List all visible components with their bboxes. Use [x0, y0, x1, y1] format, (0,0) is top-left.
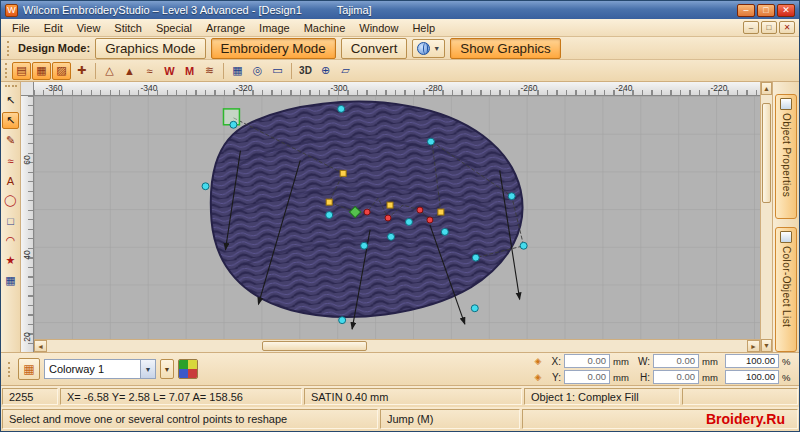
window-title-machine: Tajima] — [337, 4, 372, 16]
graphics-mode-button[interactable]: Graphics Mode — [95, 38, 205, 59]
w-unit: mm — [702, 356, 722, 367]
selected-object-info: Object 1: Complex Fill — [524, 388, 680, 405]
stitch-types-icon[interactable]: ▤ — [12, 62, 31, 80]
colorway-select[interactable]: Colorway 1 ▼ — [44, 359, 156, 379]
select-tool[interactable]: ↖ — [2, 92, 19, 109]
triangle-outline-icon[interactable]: △ — [100, 62, 119, 80]
minimize-button[interactable]: – — [737, 4, 755, 17]
application-window: W Wilcom EmbroideryStudio – Level 3 Adva… — [0, 0, 800, 432]
toolbar-grip[interactable] — [5, 63, 9, 78]
h-ruler-label: -360 — [45, 83, 62, 93]
h-label: H: — [636, 372, 650, 383]
menu-view[interactable]: View — [70, 21, 108, 35]
menu-machine[interactable]: Machine — [297, 21, 353, 35]
menu-edit[interactable]: Edit — [37, 21, 70, 35]
h-scroll-thumb[interactable] — [262, 341, 367, 351]
app-icon[interactable]: W — [5, 4, 18, 17]
y-field[interactable]: 0.00 — [564, 370, 610, 384]
menu-image[interactable]: Image — [252, 21, 297, 35]
toolbar-grip[interactable] — [5, 85, 17, 89]
scroll-down-icon[interactable]: ▼ — [761, 339, 772, 352]
embroidery-mode-button[interactable]: Embroidery Mode — [211, 38, 336, 59]
show-graphics-button[interactable]: Show Graphics — [450, 38, 560, 59]
grid-tool[interactable]: ▦ — [2, 272, 19, 289]
mdi-close-button[interactable]: ✕ — [779, 21, 795, 34]
scroll-up-icon[interactable]: ▲ — [761, 82, 772, 95]
x-field[interactable]: 0.00 — [564, 354, 610, 368]
colorway-options-dropdown[interactable]: ▼ — [160, 359, 174, 379]
lettering-tool[interactable]: A — [2, 172, 19, 189]
reshape-tool[interactable]: ↖ — [2, 112, 19, 129]
rectangle-tool[interactable]: □ — [2, 212, 19, 229]
h-ruler-label: -280 — [425, 83, 442, 93]
horizontal-scrollbar[interactable]: ◄ ► — [34, 339, 760, 352]
triangle-filled-icon[interactable]: ▲ — [120, 62, 139, 80]
fill-stitch-icon[interactable]: ▦ — [32, 62, 51, 80]
convert-button[interactable]: Convert — [341, 38, 408, 59]
tab-object-properties[interactable]: Object Properties — [775, 94, 797, 219]
pencil-tool[interactable]: ✎ — [2, 132, 19, 149]
outline-stitch-icon[interactable]: ▨ — [52, 62, 71, 80]
menu-special[interactable]: Special — [149, 21, 199, 35]
overview-icon[interactable]: ▱ — [336, 62, 355, 80]
freehand-tool[interactable]: ≈ — [2, 152, 19, 169]
scroll-right-icon[interactable]: ► — [747, 340, 760, 352]
scroll-left-icon[interactable]: ◄ — [34, 340, 47, 352]
measure-icon[interactable]: ▭ — [268, 62, 287, 80]
menu-arrange[interactable]: Arrange — [199, 21, 252, 35]
mdi-restore-button[interactable]: □ — [761, 21, 777, 34]
lettering-w-icon[interactable]: W — [160, 62, 179, 80]
hoop-globe-dropdown[interactable]: ▼ — [412, 39, 445, 58]
menu-file[interactable]: File — [5, 21, 37, 35]
tab-color-object-list[interactable]: Color-Object List — [775, 227, 797, 352]
h-field[interactable]: 0.00 — [653, 370, 699, 384]
docked-panel-tabs: Object Properties Color-Object List — [772, 82, 799, 352]
star-tool[interactable]: ★ — [2, 252, 19, 269]
h-ruler-label: -220 — [710, 83, 727, 93]
ellipse-tool[interactable]: ◯ — [2, 192, 19, 209]
monogram-icon[interactable]: M — [180, 62, 199, 80]
colorway-select-value: Colorway 1 — [49, 363, 140, 375]
design-mode-label: Design Mode: — [18, 42, 90, 54]
toolbar-grip[interactable] — [8, 362, 12, 377]
w-field[interactable]: 0.00 — [653, 354, 699, 368]
menu-help[interactable]: Help — [405, 21, 442, 35]
nudge-icon[interactable]: ◈ — [532, 372, 544, 382]
wave-icon[interactable]: ≈ — [140, 62, 159, 80]
vertical-scrollbar[interactable]: ▲ ▼ — [760, 82, 772, 352]
horizontal-ruler: -360 -340 -320 -300 -280 -260 -240 -220 — [34, 82, 760, 96]
close-button[interactable]: ✕ — [777, 4, 795, 17]
view-3d-icon[interactable]: 3D — [296, 62, 315, 80]
nudge-icon[interactable]: ◈ — [532, 356, 544, 366]
hint-bar: Select and move one or several control p… — [1, 407, 799, 431]
scale-x-field[interactable]: 100.00 — [725, 354, 779, 368]
curve-tool[interactable]: ◠ — [2, 232, 19, 249]
v-scroll-track[interactable] — [761, 95, 772, 339]
h-scroll-track[interactable] — [47, 340, 747, 352]
chevron-down-icon[interactable]: ▼ — [140, 360, 155, 378]
travel-mode: Jump (M) — [380, 409, 520, 429]
zigzag-icon[interactable]: ≋ — [200, 62, 219, 80]
menu-stitch[interactable]: Stitch — [107, 21, 149, 35]
mdi-minimize-button[interactable]: – — [743, 21, 759, 34]
hoop-icon[interactable]: ◎ — [248, 62, 267, 80]
design-canvas[interactable] — [34, 96, 760, 339]
toolbar-separator — [223, 63, 224, 79]
node-edit-icon[interactable]: ✚ — [72, 62, 91, 80]
palette-icon[interactable]: ▦ — [18, 358, 40, 380]
colorway-swatch-icon[interactable] — [178, 359, 198, 379]
maximize-button[interactable]: □ — [757, 4, 775, 17]
prompt-text: Select and move one or several control p… — [2, 409, 378, 429]
toolbar-grip[interactable] — [7, 41, 11, 56]
zoom-icon[interactable]: ⊕ — [316, 62, 335, 80]
menu-window[interactable]: Window — [352, 21, 405, 35]
h-ruler-label: -300 — [330, 83, 347, 93]
v-ruler-label: 60 — [21, 150, 33, 170]
scale-y-field[interactable]: 100.00 — [725, 370, 779, 384]
status-spacer — [682, 388, 798, 405]
v-scroll-thumb[interactable] — [762, 103, 771, 203]
stitch-icon-toolbar: ▤ ▦ ▨ ✚ △ ▲ ≈ W M ≋ ▦ ◎ ▭ 3D ⊕ ▱ — [1, 60, 799, 82]
grid-view-icon[interactable]: ▦ — [228, 62, 247, 80]
title-bar[interactable]: W Wilcom EmbroideryStudio – Level 3 Adva… — [1, 1, 799, 19]
main-area: ↖ ↖ ✎ ≈ A ◯ □ ◠ ★ ▦ 60 40 20 -360 -340 — [1, 82, 799, 352]
